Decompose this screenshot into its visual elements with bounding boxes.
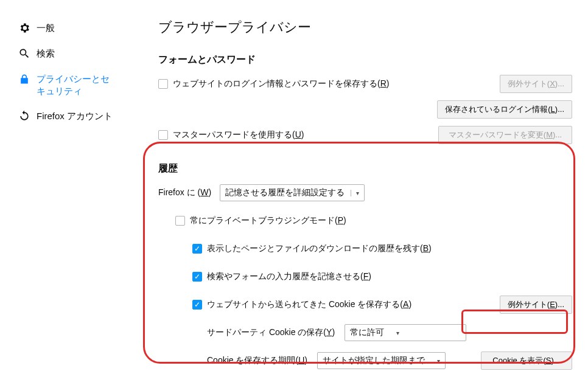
keep-until-select[interactable]: サイトが指定した期限まで ▾ — [317, 352, 446, 369]
change-master-password-button[interactable]: マスターパスワードを変更(M)... — [438, 126, 572, 144]
always-private-checkbox[interactable] — [175, 216, 185, 226]
sidebar-item-privacy[interactable]: プライバシーとセキュリティ — [18, 69, 128, 106]
remember-visits-label: 表示したページとファイルのダウンロードの履歴を残す(B) — [207, 243, 432, 254]
chevron-down-icon: ▾ — [396, 330, 399, 336]
sidebar-item-search[interactable]: 検索 — [18, 44, 128, 69]
master-password-checkbox[interactable] — [158, 130, 168, 140]
accept-cookies-checkbox[interactable] — [192, 300, 202, 310]
sidebar-item-account[interactable]: Firefox アカウント — [18, 106, 128, 132]
section-title-history: 履歴 — [158, 162, 572, 175]
keep-until-label: Cookie を保存する期間(U) — [207, 355, 307, 366]
chevron-down-icon: ▾ — [351, 190, 359, 196]
chevron-down-icon: ▾ — [437, 358, 440, 364]
third-party-cookie-select[interactable]: 常に許可 ▾ — [345, 324, 466, 341]
sync-icon — [18, 110, 30, 122]
keep-until-value: サイトが指定した期限まで — [323, 355, 425, 366]
remember-search-checkbox[interactable] — [192, 272, 202, 282]
sidebar-item-label: プライバシーとセキュリティ — [37, 73, 116, 97]
master-password-label: マスターパスワードを使用する(U) — [173, 130, 304, 140]
show-cookies-button[interactable]: Cookie を表示(S)... — [481, 351, 572, 370]
gear-icon — [18, 22, 30, 34]
settings-main: ブラウザープライバシー フォームとパスワード ウェブサイトのログイン情報とパスワ… — [158, 18, 572, 374]
exceptions-button[interactable]: 例外サイト(X)... — [500, 75, 572, 93]
third-party-label: サードパーティ Cookie の保存(Y) — [207, 327, 335, 338]
sidebar-item-label: Firefox アカウント — [37, 110, 113, 122]
always-private-label: 常にプライベートブラウジングモード(P) — [190, 215, 346, 226]
sidebar-item-general[interactable]: 一般 — [18, 18, 128, 44]
settings-sidebar: 一般 検索 プライバシーとセキュリティ Firefox アカウント — [18, 18, 128, 132]
page-title: ブラウザープライバシー — [158, 18, 572, 36]
third-party-cookie-value: 常に許可 — [350, 327, 384, 338]
section-title-forms: フォームとパスワード — [158, 54, 572, 66]
history-mode-value: 記憶させる履歴を詳細設定する — [225, 187, 345, 198]
lock-icon — [18, 73, 30, 85]
save-logins-label: ウェブサイトのログイン情報とパスワードを保存する(R) — [173, 78, 389, 89]
sidebar-item-label: 検索 — [37, 47, 55, 60]
accept-cookies-label: ウェブサイトから送られてきた Cookie を保存する(A) — [207, 299, 411, 310]
firefox-will-label: Firefox に (W) — [158, 187, 211, 198]
saved-logins-button[interactable]: 保存されているログイン情報(L)... — [437, 100, 572, 119]
remember-visits-checkbox[interactable] — [192, 244, 202, 254]
history-mode-select[interactable]: 記憶させる履歴を詳細設定する ▾ — [220, 184, 365, 201]
cookie-exceptions-button[interactable]: 例外サイト(E)... — [500, 296, 572, 314]
search-icon — [18, 47, 30, 60]
remember-search-label: 検索やフォームの入力履歴を記憶させる(F) — [207, 271, 371, 282]
save-logins-checkbox[interactable] — [158, 79, 168, 89]
sidebar-item-label: 一般 — [37, 22, 55, 34]
